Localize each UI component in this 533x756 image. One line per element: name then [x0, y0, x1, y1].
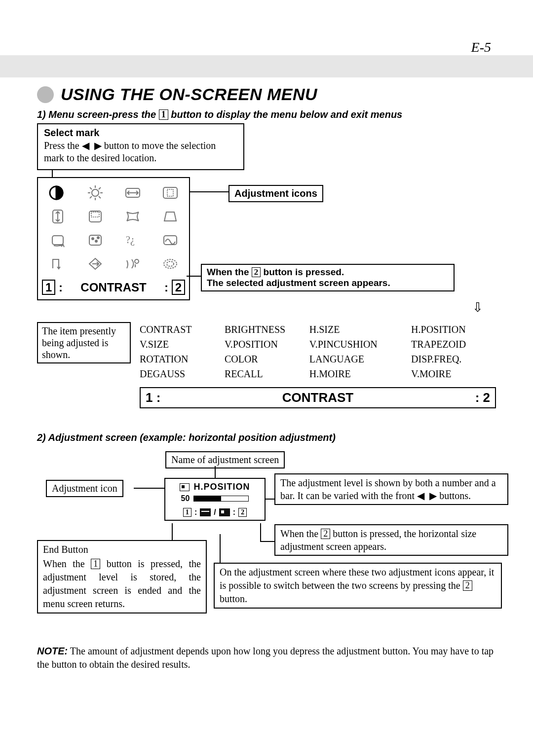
list-item: V.POSITION	[225, 337, 309, 352]
osd-value: 50	[181, 494, 190, 503]
end-button-callout: End Button When the 1 button is pressed,…	[37, 540, 207, 613]
degauss-icon[interactable]	[44, 253, 72, 275]
page-title: USING THE ON-SCREEN MENU	[61, 85, 317, 104]
svg-line-8	[99, 187, 101, 189]
step1-heading: 1) Menu screen-press the 1 button to dis…	[37, 109, 496, 120]
list-item: DISP.FREQ.	[411, 352, 496, 366]
vposition-icon[interactable]	[81, 206, 109, 227]
select-mark-callout: Select mark Press the ◀ ▶ button to move…	[37, 123, 244, 170]
hsize-icon[interactable]	[119, 182, 147, 204]
dispfreq-icon[interactable]	[156, 229, 184, 251]
svg-point-28	[135, 259, 139, 263]
menu-current-label: CONTRAST	[80, 281, 146, 294]
svg-point-31	[167, 261, 174, 266]
button-1-icon: 1	[42, 280, 55, 295]
list-item: COLOR	[225, 352, 309, 366]
list-item: V.MOIRE	[411, 366, 496, 381]
button-2-icon: 2	[172, 280, 185, 295]
svg-point-22	[95, 240, 97, 242]
adjustment-name-callout: Name of adjustment screen	[165, 451, 285, 468]
vmoire-icon[interactable]	[156, 253, 184, 275]
note-text: NOTE: The amount of adjustment depends u…	[37, 645, 496, 671]
list-item: LANGUAGE	[309, 352, 411, 366]
level-description-callout: The adjustment level is shown by both a …	[274, 473, 508, 505]
footer-center-label: CONTRAST	[282, 390, 353, 405]
current-item-callout: The item presently being adjusted is sho…	[37, 322, 131, 363]
button2-press-callout: When the 2 button is pressed. The select…	[201, 264, 455, 291]
vsize-icon[interactable]	[44, 206, 72, 227]
list-item: DEGAUSS	[140, 366, 225, 381]
down-arrow-icon: ⇩	[37, 301, 496, 314]
list-item: TRAPEZOID	[411, 337, 496, 352]
svg-point-30	[164, 259, 177, 268]
list-item: BRIGHTNESS	[225, 322, 309, 337]
button-2-icon: 2	[483, 390, 490, 405]
section-bullet-icon	[37, 86, 54, 103]
step2-heading: 2) Adjustment screen (example: horizonta…	[37, 432, 496, 443]
menu-footer-bar: 1 : CONTRAST : 2	[140, 387, 496, 408]
osd-title: H.POSITION	[193, 482, 250, 492]
svg-point-21	[92, 238, 94, 240]
brightness-icon[interactable]	[81, 182, 109, 204]
rotation-icon[interactable]	[44, 229, 72, 251]
svg-rect-19	[52, 236, 63, 245]
button-2-icon: 2	[238, 508, 247, 516]
list-item: ROTATION	[140, 352, 225, 366]
svg-rect-13	[167, 189, 173, 196]
page-number: E-5	[471, 39, 491, 55]
list-item: V.SIZE	[140, 337, 225, 352]
contrast-icon[interactable]	[44, 182, 72, 204]
svg-text:?¿: ?¿	[126, 234, 135, 246]
list-item: H.SIZE	[309, 322, 411, 337]
osd-menu-panel: ?¿ 1 : CONTRAST : 2	[37, 177, 190, 300]
adjustment-items-table: CONTRAST V.SIZE ROTATION DEGAUSS BRIGHTN…	[140, 322, 496, 381]
list-item: H.POSITION	[411, 322, 496, 337]
button-2-icon: 2	[252, 267, 261, 277]
button-1-icon: 1	[159, 109, 168, 120]
adjustment-icon-callout: Adjustment icon	[46, 480, 123, 497]
language-icon[interactable]: ?¿	[119, 229, 147, 251]
vpincushion-icon[interactable]	[119, 206, 147, 227]
list-item: RECALL	[225, 366, 309, 381]
recall-icon[interactable]	[81, 253, 109, 275]
svg-point-23	[97, 237, 99, 239]
trapezoid-icon[interactable]	[156, 206, 184, 227]
select-mark-title: Select mark	[44, 127, 237, 139]
svg-rect-17	[91, 212, 99, 217]
list-item: H.MOIRE	[309, 366, 411, 381]
select-mark-body: Press the ◀ ▶ button to move the selecti…	[44, 140, 237, 164]
button-2-icon: 2	[463, 580, 472, 591]
icons-switch-callout: On the adjustment screen where these two…	[214, 563, 502, 609]
button-1-icon: 1	[91, 559, 100, 569]
hposition-osd-icon	[180, 483, 190, 491]
header-band	[0, 55, 533, 77]
list-item: V.PINCUSHION	[309, 337, 411, 352]
button-1-icon: 1	[146, 390, 152, 405]
osd-level-bar[interactable]	[193, 496, 249, 502]
color-icon[interactable]	[81, 229, 109, 251]
svg-line-7	[99, 196, 101, 198]
adjustment-icons-callout: Adjustment icons	[228, 185, 323, 202]
button2-hsize-callout: When the 2 button is pressed, the horizo…	[274, 524, 508, 556]
hmoire-icon[interactable]	[119, 253, 147, 275]
svg-line-9	[90, 196, 92, 198]
hposition-osd-icon	[219, 508, 230, 516]
svg-marker-18	[164, 212, 176, 221]
button-1-icon: 1	[183, 508, 191, 516]
osd-adjustment-panel: H.POSITION 50 1: / :2	[164, 478, 266, 521]
svg-point-1	[92, 189, 99, 196]
hsize-osd-icon	[200, 508, 211, 516]
list-item: CONTRAST	[140, 322, 225, 337]
button-2-icon: 2	[321, 529, 330, 539]
svg-line-6	[90, 187, 92, 189]
hposition-icon[interactable]	[156, 182, 184, 204]
